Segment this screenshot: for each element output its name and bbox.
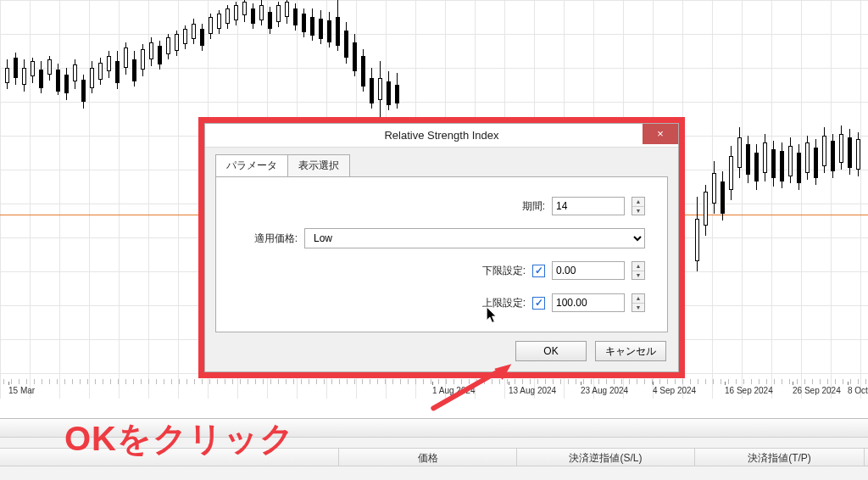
row-apply-price: 適用価格: Low — [238, 228, 645, 248]
terminal-header — [0, 419, 868, 438]
minor-ticks — [0, 379, 868, 386]
close-button[interactable]: × — [643, 124, 678, 144]
x-tick-label: 4 Sep 2024 — [653, 386, 696, 395]
x-axis: 15 Mar1 Aug 202413 Aug 202423 Aug 20244 … — [0, 386, 868, 411]
rsi-dialog: Relative Strength Index × パラメータ 表示選択 期間: — [204, 123, 679, 372]
x-tick-label: 16 Sep 2024 — [725, 386, 773, 395]
apply-price-select[interactable]: Low — [304, 228, 645, 248]
ok-button[interactable]: OK — [515, 341, 587, 361]
spin-up-icon[interactable]: ▲ — [632, 262, 644, 271]
tab-display[interactable]: 表示選択 — [287, 154, 350, 176]
spin-down-icon[interactable]: ▼ — [632, 271, 644, 280]
period-spinner[interactable]: ▲ ▼ — [632, 197, 645, 215]
dialog-title: Relative Strength Index — [384, 129, 498, 142]
upper-limit-checkbox[interactable]: ✓ — [532, 297, 545, 310]
column-header[interactable]: 価格 — [339, 449, 517, 466]
row-lower-limit: 下限設定: ✓ ▲ ▼ — [238, 260, 645, 281]
ok-button-label: OK — [543, 345, 558, 357]
x-tick-label: 8 Oct 2024 — [848, 386, 868, 395]
x-tick-label: 15 Mar — [8, 386, 35, 395]
lower-limit-input[interactable] — [552, 261, 625, 280]
period-input[interactable] — [552, 197, 625, 215]
upper-limit-input[interactable] — [552, 293, 625, 312]
label-lower-limit: 下限設定: — [482, 264, 526, 278]
cancel-button-label: キャンセル — [605, 345, 656, 357]
x-tick-label: 23 Aug 2024 — [581, 386, 628, 395]
dialog-highlight-frame: Relative Strength Index × パラメータ 表示選択 期間: — [198, 117, 685, 378]
lower-spinner[interactable]: ▲ ▼ — [632, 261, 645, 280]
row-upper-limit: 上限設定: ✓ ▲ ▼ — [238, 293, 645, 313]
tab-strip: パラメータ 表示選択 — [215, 156, 668, 176]
x-tick-label: 13 Aug 2024 — [509, 386, 556, 395]
spin-up-icon[interactable]: ▲ — [632, 294, 644, 304]
x-tick-label: 1 Aug 2024 — [432, 386, 476, 395]
label-period: 期間: — [522, 199, 545, 214]
dialog-footer: OK キャンセル — [205, 332, 678, 371]
label-apply-price: 適用価格: — [238, 232, 298, 246]
spin-down-icon[interactable]: ▼ — [632, 304, 644, 312]
spin-up-icon[interactable]: ▲ — [632, 198, 644, 207]
terminal-panel: 価格決済逆指値(S/L)決済指値(T/P) — [0, 418, 868, 480]
tab-display-label: 表示選択 — [298, 159, 339, 171]
column-header[interactable]: 決済逆指値(S/L) — [517, 449, 695, 466]
row-period: 期間: ▲ ▼ — [238, 196, 645, 216]
spin-down-icon[interactable]: ▼ — [632, 207, 644, 215]
tab-panel-parameters: 期間: ▲ ▼ 適用価格: Low 下限設定: ✓ — [215, 176, 668, 332]
dialog-titlebar[interactable]: Relative Strength Index × — [205, 124, 678, 148]
terminal-columns: 価格決済逆指値(S/L)決済指値(T/P) — [0, 448, 868, 466]
lower-limit-checkbox[interactable]: ✓ — [532, 265, 545, 277]
cancel-button[interactable]: キャンセル — [595, 341, 666, 361]
tab-parameters-label: パラメータ — [226, 159, 277, 171]
upper-spinner[interactable]: ▲ ▼ — [632, 293, 645, 312]
column-header[interactable]: 決済指値(T/P) — [695, 449, 865, 466]
tab-parameters[interactable]: パラメータ — [215, 154, 288, 176]
x-tick-label: 26 Sep 2024 — [793, 386, 841, 395]
label-upper-limit: 上限設定: — [482, 296, 526, 310]
close-icon: × — [657, 127, 664, 140]
